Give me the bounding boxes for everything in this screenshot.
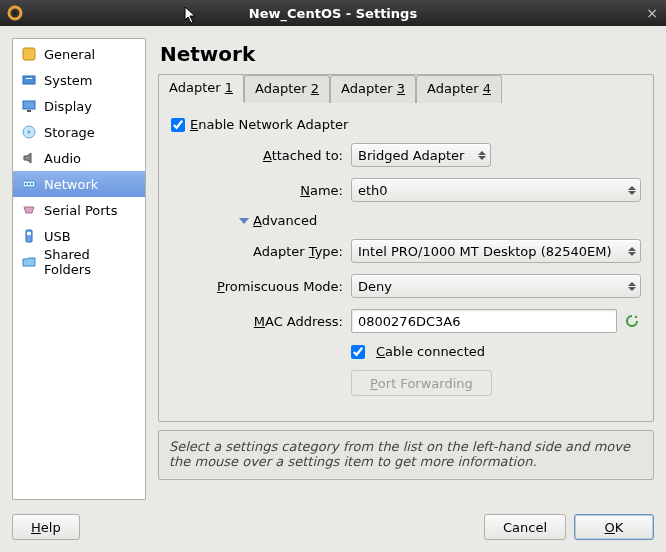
tab-adapter-4[interactable]: Adapter 4: [416, 75, 502, 103]
mac-address-input[interactable]: [351, 309, 617, 333]
tab-panel: Adapter 1 Adapter 2 Adapter 3 Adapter 4 …: [158, 74, 654, 422]
dropdown-caret-icon: [628, 186, 636, 195]
page-title: Network: [160, 42, 652, 66]
sidebar-item-label: System: [44, 73, 92, 88]
svg-rect-6: [27, 110, 31, 112]
svg-rect-2: [23, 48, 35, 60]
enable-adapter-label: Enable Network Adapter: [190, 117, 348, 132]
dialog-footer: Help Cancel OK: [0, 514, 666, 552]
name-select[interactable]: eth0: [351, 178, 641, 202]
svg-point-8: [28, 131, 31, 134]
sidebar-item-serial-ports[interactable]: Serial Ports: [13, 197, 145, 223]
attached-to-label: Attached to:: [201, 148, 351, 163]
svg-rect-10: [25, 183, 27, 185]
serial-ports-icon: [21, 202, 37, 218]
enable-adapter-checkbox[interactable]: [171, 118, 185, 132]
sidebar-item-shared-folders[interactable]: Shared Folders: [13, 249, 145, 275]
audio-icon: [21, 150, 37, 166]
svg-rect-3: [23, 76, 35, 84]
sidebar-item-label: Shared Folders: [44, 247, 137, 277]
svg-rect-4: [26, 78, 32, 79]
sidebar-item-usb[interactable]: USB: [13, 223, 145, 249]
attached-to-select[interactable]: Bridged Adapter: [351, 143, 491, 167]
sidebar-item-label: General: [44, 47, 95, 62]
sidebar-item-storage[interactable]: Storage: [13, 119, 145, 145]
sidebar-item-label: Network: [44, 177, 98, 192]
system-icon: [21, 72, 37, 88]
titlebar: New_CentOS - Settings ×: [0, 0, 666, 26]
display-icon: [21, 98, 37, 114]
disclosure-triangle-icon: [239, 218, 249, 224]
promiscuous-mode-select[interactable]: Deny: [351, 274, 641, 298]
sidebar-item-label: Display: [44, 99, 92, 114]
cancel-button[interactable]: Cancel: [484, 514, 566, 540]
name-label: Name:: [201, 183, 351, 198]
storage-icon: [21, 124, 37, 140]
adapter-type-select[interactable]: Intel PRO/1000 MT Desktop (82540EM): [351, 239, 641, 263]
svg-rect-14: [27, 232, 31, 235]
svg-rect-13: [26, 230, 32, 242]
adapter-type-label: Adapter Type:: [201, 244, 351, 259]
promiscuous-mode-label: Promiscuous Mode:: [201, 279, 351, 294]
tab-adapter-3[interactable]: Adapter 3: [330, 75, 416, 103]
usb-icon: [21, 228, 37, 244]
sidebar-item-general[interactable]: General: [13, 41, 145, 67]
sidebar-item-label: Storage: [44, 125, 95, 140]
dropdown-caret-icon: [478, 151, 486, 160]
svg-point-1: [13, 11, 17, 15]
dropdown-caret-icon: [628, 282, 636, 291]
sidebar-item-network[interactable]: Network: [13, 171, 145, 197]
sidebar-item-label: Audio: [44, 151, 81, 166]
settings-gear-icon: [6, 4, 24, 22]
window-title: New_CentOS - Settings: [0, 6, 666, 21]
general-icon: [21, 46, 37, 62]
cable-connected-checkbox[interactable]: [351, 345, 365, 359]
port-forwarding-button: Port Forwarding: [351, 370, 492, 396]
sidebar-item-display[interactable]: Display: [13, 93, 145, 119]
advanced-disclosure[interactable]: Advanced: [239, 213, 317, 228]
dropdown-caret-icon: [628, 247, 636, 256]
svg-rect-12: [31, 183, 33, 185]
sidebar-item-audio[interactable]: Audio: [13, 145, 145, 171]
refresh-mac-button[interactable]: [623, 312, 641, 330]
cable-connected-label: Cable connected: [376, 344, 485, 359]
svg-rect-11: [28, 183, 30, 185]
shared-folders-icon: [21, 254, 37, 270]
sidebar-item-system[interactable]: System: [13, 67, 145, 93]
tab-adapter-1[interactable]: Adapter 1: [158, 74, 244, 102]
network-icon: [21, 176, 37, 192]
tabstrip: Adapter 1 Adapter 2 Adapter 3 Adapter 4: [158, 74, 652, 102]
svg-rect-5: [23, 101, 35, 109]
mac-address-label: MAC Address:: [201, 314, 351, 329]
ok-button[interactable]: OK: [574, 514, 654, 540]
settings-sidebar: General System Display Storage Audio Net…: [12, 38, 146, 500]
help-button[interactable]: Help: [12, 514, 80, 540]
hint-box: Select a settings category from the list…: [158, 430, 654, 480]
sidebar-item-label: USB: [44, 229, 71, 244]
tab-adapter-2[interactable]: Adapter 2: [244, 75, 330, 103]
close-button[interactable]: ×: [646, 5, 658, 21]
sidebar-item-label: Serial Ports: [44, 203, 117, 218]
